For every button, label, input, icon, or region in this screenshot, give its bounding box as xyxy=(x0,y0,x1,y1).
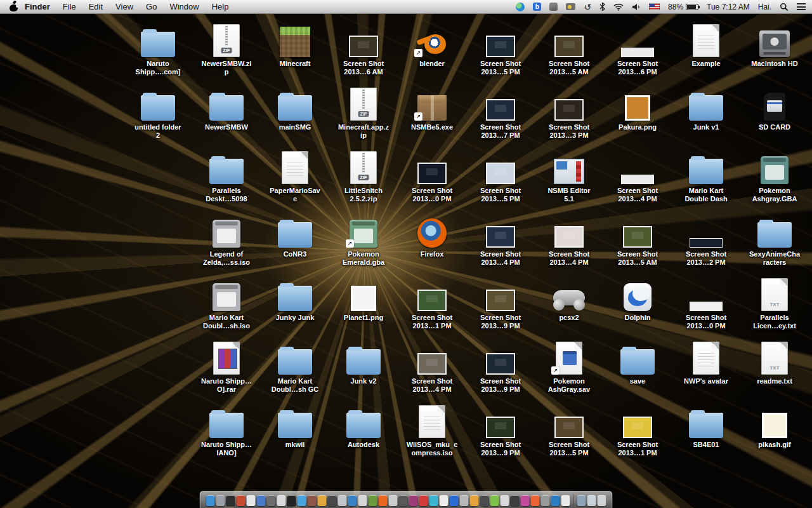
b-icon[interactable]: b xyxy=(533,3,541,11)
desktop-icon-conr3[interactable]: CoNR3 xyxy=(261,211,329,258)
desktop-icon-mkwii[interactable]: mkwii xyxy=(261,401,329,449)
desktop-icon-dolphin[interactable]: Dolphin xyxy=(603,274,672,322)
desktop-icon-screen-shot-2013-0-pm[interactable]: Screen Shot 2013…0 PM xyxy=(672,274,740,330)
dock-icon-firefox[interactable] xyxy=(379,495,388,506)
bluetooth-icon[interactable] xyxy=(599,3,605,11)
desktop-icon-junk-v1[interactable]: Junk v1 xyxy=(672,84,740,131)
dock-icon-app[interactable] xyxy=(348,495,357,506)
desktop-icon-screen-shot-2013-1-pm[interactable]: Screen Shot 2013…1 PM xyxy=(398,274,466,330)
desktop-icon-screen-shot-2013-5-am[interactable]: Screen Shot 2013…5 AM xyxy=(603,211,672,267)
desktop-icon-littlesnitch-2-5-2-zip[interactable]: LittleSnitch 2.5.2.zip xyxy=(329,147,398,203)
desktop-icon-minecraft[interactable]: Minecraft xyxy=(261,20,329,68)
dock-icon-app[interactable] xyxy=(237,495,246,506)
dock-icon-app[interactable] xyxy=(216,495,225,506)
dock-icon-app[interactable] xyxy=(318,495,327,506)
desktop-icon-newersmbw-zip[interactable]: NewerSMBW.zip xyxy=(192,20,261,76)
dock-icon-app[interactable] xyxy=(501,495,509,506)
desktop-icon-mario-kart-double-dash[interactable]: Mario Kart Double Dash xyxy=(672,147,740,203)
desktop-icon-screen-shot-2013-9-pm[interactable]: Screen Shot 2013…9 PM xyxy=(466,401,535,457)
desktop-icon-naruto-shipp-com[interactable]: Naruto Shipp….com] xyxy=(124,20,192,76)
dock-icon-app[interactable] xyxy=(429,495,438,506)
menu-view[interactable]: View xyxy=(109,0,140,14)
desktop-icon-screen-shot-2013-1-pm[interactable]: Screen Shot 2013…1 PM xyxy=(603,401,672,457)
desktop-icon-example[interactable]: Example xyxy=(672,20,740,68)
menu-edit[interactable]: Edit xyxy=(82,0,109,14)
desktop-icon-junky-junk[interactable]: Junky Junk xyxy=(261,274,329,322)
dock-icon-app[interactable] xyxy=(226,495,235,506)
desktop-icon-junk-v2[interactable]: Junk v2 xyxy=(329,338,398,385)
desktop-icon-pokemon-emerald-gba[interactable]: ↗Pokemon Emerald.gba xyxy=(329,211,398,267)
desktop-icon-mario-kart-doubl-sh-iso[interactable]: Mario Kart Doubl…sh.iso xyxy=(192,274,261,330)
dock-icon-app[interactable] xyxy=(490,495,499,506)
desktop-icon-legend-of-zelda-ss-iso[interactable]: Legend of Zelda,…ss.iso xyxy=(192,211,261,267)
desktop-icon-screen-shot-2013-7-pm[interactable]: Screen Shot 2013…7 PM xyxy=(466,84,535,140)
wifi-icon[interactable] xyxy=(613,3,624,11)
dock-icon-app[interactable] xyxy=(521,495,530,506)
desktop-icon-nsmbe5-exe[interactable]: ↗NSMBe5.exe xyxy=(398,84,466,131)
desktop-icon-pakura-png[interactable]: Pakura.png xyxy=(603,84,672,131)
warning-icon[interactable] xyxy=(566,3,575,10)
dock-icon-app[interactable] xyxy=(440,495,449,506)
desktop-icon-autodesk[interactable]: Autodesk xyxy=(329,401,398,449)
desktop-icon-planet1-png[interactable]: Planet1.png xyxy=(329,274,398,322)
desktop-icon-screen-shot-2013-0-pm[interactable]: Screen Shot 2013…0 PM xyxy=(398,147,466,203)
status-app-icon[interactable] xyxy=(516,3,525,11)
desktop-icon-screen-shot-2013-4-pm[interactable]: Screen Shot 2013…4 PM xyxy=(603,147,672,203)
desktop-icon-screen-shot-2013-6-pm[interactable]: Screen Shot 2013…6 PM xyxy=(603,20,672,76)
desktop-icon-screen-shot-2013-4-pm[interactable]: Screen Shot 2013…4 PM xyxy=(535,211,603,267)
dock-icon-trash[interactable] xyxy=(598,495,606,506)
dock-icon-app[interactable] xyxy=(267,495,276,506)
dock-icon-app[interactable] xyxy=(308,495,317,506)
desktop-icon-nsmb-editor-5-1[interactable]: NSMB Editor 5.1 xyxy=(535,147,603,203)
time-machine-icon[interactable]: ↺ xyxy=(584,3,591,11)
dock-icon-app[interactable] xyxy=(328,495,337,506)
menu-file[interactable]: File xyxy=(56,0,82,14)
dock-icon-app[interactable] xyxy=(287,495,296,506)
desktop-icon-newersmbw[interactable]: NewerSMBW xyxy=(192,84,261,131)
dock-icon-app[interactable] xyxy=(298,495,306,506)
desktop-icon-pokemon-ashgray-sav[interactable]: ↗Pokemon AshGray.sav xyxy=(535,338,603,394)
dock-icon-app[interactable] xyxy=(551,495,560,506)
desktop-icon-mainsmg[interactable]: mainSMG xyxy=(261,84,329,131)
desktop-icon-mario-kart-doubl-sh-gc[interactable]: Mario Kart Doubl…sh GC xyxy=(261,338,329,394)
desktop-icon-sb4e01[interactable]: SB4E01 xyxy=(672,401,740,449)
apple-menu-icon[interactable] xyxy=(10,2,18,11)
desktop-icon-macintosh-hd[interactable]: Macintosh HD xyxy=(740,20,809,68)
dock-icon-documents-stack[interactable] xyxy=(587,495,596,506)
desktop-icon-nwp-s-avatar[interactable]: NWP's avatar xyxy=(672,338,740,385)
dock-icon-app[interactable] xyxy=(369,495,377,506)
dock-icon-app[interactable] xyxy=(531,495,540,506)
ink-icon[interactable] xyxy=(549,3,558,11)
desktop-icon-parallels-deskt-5098[interactable]: Parallels Deskt…5098 xyxy=(192,147,261,203)
volume-icon[interactable] xyxy=(632,3,641,11)
desktop-icon-screen-shot-2013-5-pm[interactable]: Screen Shot 2013…5 PM xyxy=(466,147,535,203)
desktop-icon-screen-shot-2013-9-pm[interactable]: Screen Shot 2013…9 PM xyxy=(466,338,535,394)
dock-icon-finder[interactable] xyxy=(206,495,215,506)
desktop-icon-naruto-shipp-iano[interactable]: Naruto Shipp…IANO] xyxy=(192,401,261,457)
spotlight-icon[interactable] xyxy=(780,3,789,11)
dock-icon-app[interactable] xyxy=(358,495,367,506)
menu-bar-clock[interactable]: Tue 7:12 AM xyxy=(707,3,750,11)
dock-icon-app[interactable] xyxy=(460,495,469,506)
dock-icon-app[interactable] xyxy=(561,495,570,506)
desktop-icon-screen-shot-2013-5-pm[interactable]: Screen Shot 2013…5 PM xyxy=(535,401,603,457)
desktop-icon-screen-shot-2013-4-pm[interactable]: Screen Shot 2013…4 PM xyxy=(466,211,535,267)
menu-window[interactable]: Window xyxy=(163,0,205,14)
desktop-icon-pikash-gif[interactable]: pikash.gif xyxy=(740,401,809,449)
dock-icon-app[interactable] xyxy=(480,495,489,506)
menu-finder[interactable]: Finder xyxy=(23,0,56,14)
desktop-icon-pcsx2[interactable]: pcsx2 xyxy=(535,274,603,322)
desktop-icon-untitled-folder-2[interactable]: untitled folder 2 xyxy=(124,84,192,140)
dock-icon-app[interactable] xyxy=(450,495,459,506)
dock-icon-app[interactable] xyxy=(419,495,428,506)
dock-icon-app[interactable] xyxy=(399,495,408,506)
dock-icon-app[interactable] xyxy=(409,495,418,506)
dock-icon-app[interactable] xyxy=(511,495,520,506)
desktop-icon-blender[interactable]: ↗blender xyxy=(398,20,466,68)
desktop-icon-screen-shot-2013-2-pm[interactable]: Screen Shot 2013…2 PM xyxy=(672,211,740,267)
desktop-icon-save[interactable]: save xyxy=(603,338,672,385)
desktop-icon-firefox[interactable]: Firefox xyxy=(398,211,466,258)
dock-icon-app[interactable] xyxy=(389,495,398,506)
list-menu-icon[interactable] xyxy=(797,3,806,10)
desktop-icon-parallels-licen-ey-txt[interactable]: Parallels Licen…ey.txt xyxy=(740,274,809,330)
